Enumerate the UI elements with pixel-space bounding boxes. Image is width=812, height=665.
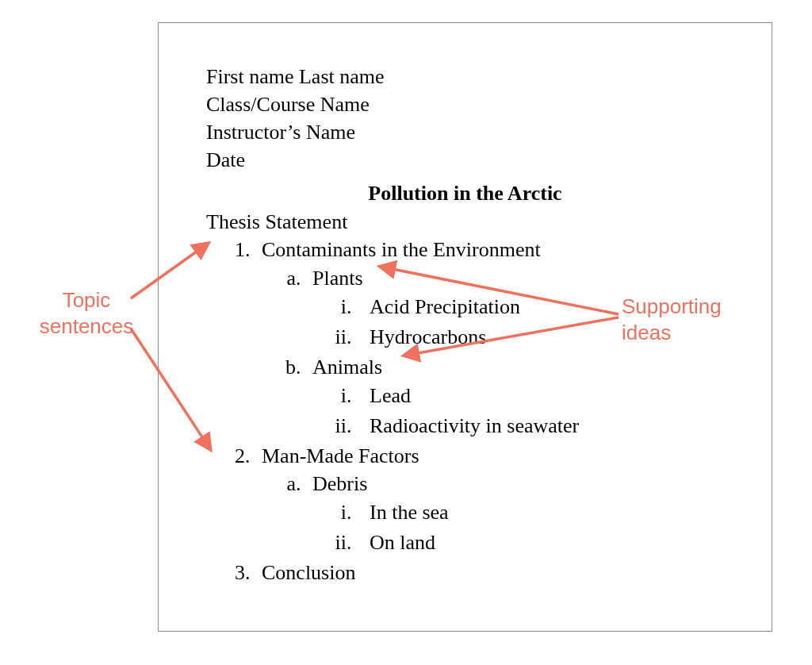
outline-item-2-sub: Debris In the sea On land — [262, 470, 724, 557]
outline-item-2a-sub: In the sea On land — [312, 498, 724, 557]
outline-item-2-text: Man-Made Factors — [262, 444, 419, 467]
header-name-line: First name Last name — [206, 63, 724, 90]
outline-list: Contaminants in the Environment Plants A… — [206, 236, 724, 587]
outline-item-1b: Animals Lead Radioactivity in seawater — [306, 353, 724, 440]
diagram-stage: First name Last name Class/Course Name I… — [0, 0, 812, 665]
document-title: Pollution in the Arctic — [206, 182, 724, 206]
annotation-topic-line1: Topic — [27, 287, 146, 313]
outline-item-1a-text: Plants — [312, 267, 363, 290]
thesis-statement-label: Thesis Statement — [206, 210, 724, 234]
header-course-line: Class/Course Name — [206, 90, 724, 118]
outline-item-1-sub: Plants Acid Precipitation Hydrocarbons A… — [262, 264, 724, 440]
outline-item-3: Conclusion — [255, 559, 724, 587]
outline-item-2a: Debris In the sea On land — [306, 470, 724, 557]
outline-item-2: Man-Made Factors Debris In the sea On la… — [255, 442, 724, 558]
outline-item-3-text: Conclusion — [262, 561, 355, 584]
outline-item-1b-sub: Lead Radioactivity in seawater — [312, 382, 724, 440]
outline-item-2a-ii: On land — [357, 529, 724, 557]
outline-item-1-text: Contaminants in the Environment — [262, 238, 541, 261]
annotation-supporting-line1: Supporting — [622, 294, 756, 320]
annotation-topic-line2: sentences — [27, 313, 146, 340]
annotation-supporting-ideas: Supporting ideas — [622, 294, 756, 345]
outline-item-2a-text: Debris — [312, 472, 367, 495]
outline-item-2a-i: In the sea — [357, 498, 724, 527]
annotation-topic-sentences: Topic sentences — [27, 287, 146, 339]
outline-item-1b-ii: Radioactivity in seawater — [357, 412, 724, 440]
outline-item-1b-i: Lead — [357, 382, 724, 410]
annotation-supporting-line2: ideas — [622, 320, 756, 346]
header-date-line: Date — [206, 146, 724, 174]
header-instructor-line: Instructor’s Name — [206, 118, 724, 146]
outline-item-1b-text: Animals — [312, 356, 382, 379]
